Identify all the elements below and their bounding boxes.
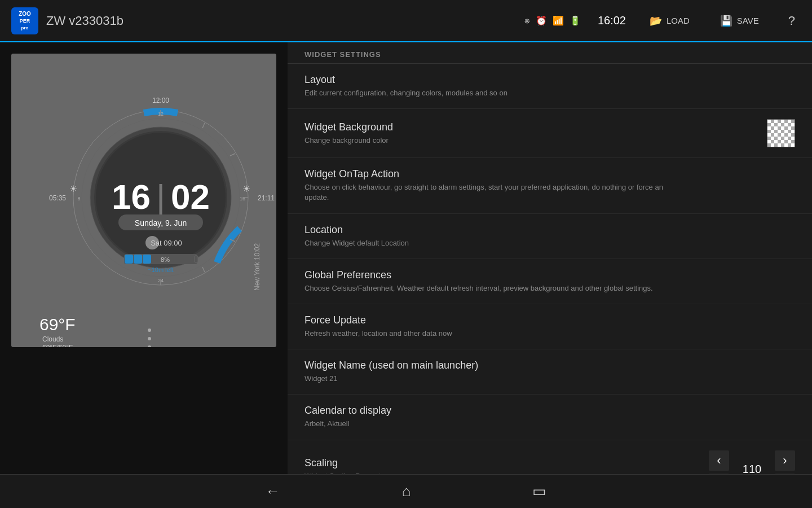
bottom-nav-bar: ← ⌂ ▭ bbox=[0, 474, 812, 508]
svg-text:Sat 09:00: Sat 09:00 bbox=[151, 239, 182, 247]
settings-item-title-force-update: Force Update bbox=[304, 314, 452, 326]
svg-text:69°F/60°F: 69°F/60°F bbox=[42, 344, 73, 347]
load-button[interactable]: 📂 LOAD bbox=[643, 11, 696, 30]
svg-text:|: | bbox=[156, 177, 165, 216]
settings-item-left-ontap-action: Widget OnTap ActionChoose on click behav… bbox=[304, 168, 671, 203]
settings-item-right-scaling: ‹ « 110 › » bbox=[709, 450, 795, 475]
settings-item-location[interactable]: LocationChange Widget default Location bbox=[288, 214, 812, 259]
settings-item-left-force-update: Force UpdateRefresh weather, location an… bbox=[304, 314, 452, 339]
svg-text:New York 10:02: New York 10:02 bbox=[253, 243, 261, 291]
bluetooth-icon: ⎈ bbox=[524, 16, 530, 26]
svg-text:Sunday,  9. Jun: Sunday, 9. Jun bbox=[135, 218, 187, 227]
battery-icon: 🔋 bbox=[570, 15, 581, 26]
svg-text:~10m left: ~10m left bbox=[148, 266, 174, 273]
help-button[interactable]: ? bbox=[783, 10, 801, 32]
save-label: SAVE bbox=[737, 16, 759, 25]
settings-section-header: WIDGET SETTINGS bbox=[288, 42, 812, 64]
load-icon: 📂 bbox=[650, 15, 662, 27]
settings-item-subtitle-location: Change Widget default Location bbox=[304, 238, 409, 248]
scale-value: 110 bbox=[734, 461, 770, 475]
system-time: 16:02 bbox=[598, 14, 626, 27]
main-content: 12 16 8 24 16 | 02 Sunday, 9. Jun bbox=[0, 42, 812, 474]
settings-item-left-layout: LayoutEdit current configuration, changi… bbox=[304, 74, 508, 98]
status-icons: ⎈ ⏰ 📶 🔋 bbox=[524, 15, 581, 26]
settings-item-left-widget-background: Widget BackgroundChange background color bbox=[304, 121, 393, 146]
settings-item-subtitle-calendar: Arbeit, Aktuell bbox=[304, 419, 391, 429]
save-icon: 💾 bbox=[720, 15, 732, 27]
settings-item-left-global-preferences: Global PreferencesChoose Celsius/Fahrenh… bbox=[304, 269, 653, 294]
widget-preview-panel: 12 16 8 24 16 | 02 Sunday, 9. Jun bbox=[0, 42, 288, 474]
top-bar-actions: ⎈ ⏰ 📶 🔋 16:02 📂 LOAD 💾 SAVE ? bbox=[524, 10, 801, 32]
settings-item-calendar[interactable]: Calendar to displayArbeit, Aktuell bbox=[288, 395, 812, 440]
settings-item-title-ontap-action: Widget OnTap Action bbox=[304, 168, 671, 180]
settings-item-title-calendar: Calendar to display bbox=[304, 405, 391, 417]
svg-text:☀: ☀ bbox=[69, 184, 77, 194]
app-title: ZW v233031b bbox=[46, 14, 123, 28]
app-logo: ZOOPERpro bbox=[11, 7, 38, 34]
settings-item-title-global-preferences: Global Preferences bbox=[304, 269, 653, 281]
svg-text:05:35: 05:35 bbox=[49, 194, 66, 202]
save-button[interactable]: 💾 SAVE bbox=[713, 11, 766, 30]
background-color-picker[interactable] bbox=[767, 119, 795, 147]
settings-item-left-calendar: Calendar to displayArbeit, Aktuell bbox=[304, 405, 391, 429]
svg-text:12:00: 12:00 bbox=[152, 97, 169, 104]
alarm-icon: ⏰ bbox=[536, 15, 547, 26]
settings-item-scaling[interactable]: ScalingWidget Scaling Percentage ‹ « 110… bbox=[288, 440, 812, 475]
scale-fast-increase-button[interactable]: » bbox=[775, 474, 795, 475]
svg-text:16: 16 bbox=[240, 196, 245, 202]
wifi-icon: 📶 bbox=[553, 15, 564, 26]
scaling-control: ‹ « 110 › » bbox=[709, 450, 795, 475]
scale-fast-decrease-button[interactable]: « bbox=[709, 474, 729, 475]
settings-item-subtitle-force-update: Refresh weather, location and other data… bbox=[304, 329, 452, 339]
svg-text:☀: ☀ bbox=[242, 184, 250, 194]
settings-list: LayoutEdit current configuration, changi… bbox=[288, 64, 812, 474]
settings-item-subtitle-layout: Edit current configuration, changing col… bbox=[304, 88, 508, 98]
settings-item-subtitle-scaling: Widget Scaling Percentage bbox=[304, 471, 393, 474]
settings-panel: WIDGET SETTINGS LayoutEdit current confi… bbox=[288, 42, 812, 474]
recent-button[interactable]: ▭ bbox=[528, 478, 551, 505]
settings-item-subtitle-widget-background: Change background color bbox=[304, 135, 393, 146]
load-label: LOAD bbox=[667, 16, 690, 25]
settings-item-title-scaling: Scaling bbox=[304, 457, 393, 469]
svg-text:21:11: 21:11 bbox=[258, 194, 275, 202]
svg-text:8%: 8% bbox=[161, 256, 170, 263]
settings-item-title-widget-background: Widget Background bbox=[304, 121, 393, 133]
top-bar: ZOOPERpro ZW v233031b ⎈ ⏰ 📶 🔋 16:02 📂 LO… bbox=[0, 0, 812, 42]
back-button[interactable]: ← bbox=[261, 478, 285, 505]
svg-text:Clouds: Clouds bbox=[42, 335, 63, 343]
svg-text:16: 16 bbox=[112, 177, 151, 216]
clock-widget-svg: 12 16 8 24 16 | 02 Sunday, 9. Jun bbox=[11, 54, 276, 347]
svg-text:02: 02 bbox=[171, 177, 210, 216]
scale-increase-button[interactable]: › bbox=[775, 450, 795, 471]
settings-item-left-widget-name: Widget Name (used on main launcher)Widge… bbox=[304, 360, 478, 384]
settings-item-force-update[interactable]: Force UpdateRefresh weather, location an… bbox=[288, 304, 812, 349]
svg-text:8: 8 bbox=[77, 196, 80, 202]
settings-item-global-preferences[interactable]: Global PreferencesChoose Celsius/Fahrenh… bbox=[288, 259, 812, 304]
svg-rect-18 bbox=[125, 255, 133, 264]
settings-item-title-location: Location bbox=[304, 224, 409, 236]
home-button[interactable]: ⌂ bbox=[398, 478, 416, 505]
widget-preview: 12 16 8 24 16 | 02 Sunday, 9. Jun bbox=[11, 54, 276, 347]
settings-item-widget-background[interactable]: Widget BackgroundChange background color bbox=[288, 109, 812, 158]
svg-point-42 bbox=[148, 337, 151, 340]
settings-item-left-location: LocationChange Widget default Location bbox=[304, 224, 409, 248]
settings-item-ontap-action[interactable]: Widget OnTap ActionChoose on click behav… bbox=[288, 158, 812, 213]
scale-decrease-button[interactable]: ‹ bbox=[709, 450, 729, 471]
settings-item-layout[interactable]: LayoutEdit current configuration, changi… bbox=[288, 64, 812, 109]
svg-rect-20 bbox=[143, 255, 151, 264]
settings-item-right-widget-background bbox=[767, 119, 795, 147]
settings-item-widget-name[interactable]: Widget Name (used on main launcher)Widge… bbox=[288, 349, 812, 395]
settings-item-left-scaling: ScalingWidget Scaling Percentage bbox=[304, 457, 393, 474]
svg-text:69°F: 69°F bbox=[39, 315, 76, 334]
settings-item-title-widget-name: Widget Name (used on main launcher) bbox=[304, 360, 478, 371]
settings-item-subtitle-widget-name: Widget 21 bbox=[304, 374, 478, 384]
svg-rect-19 bbox=[134, 255, 142, 264]
settings-item-subtitle-ontap-action: Choose on click behaviour, go straight t… bbox=[304, 182, 671, 203]
settings-item-subtitle-global-preferences: Choose Celsius/Fahrenheit, Weather defau… bbox=[304, 283, 653, 294]
svg-rect-22 bbox=[195, 256, 198, 262]
settings-item-title-layout: Layout bbox=[304, 74, 508, 86]
svg-point-41 bbox=[148, 329, 151, 332]
